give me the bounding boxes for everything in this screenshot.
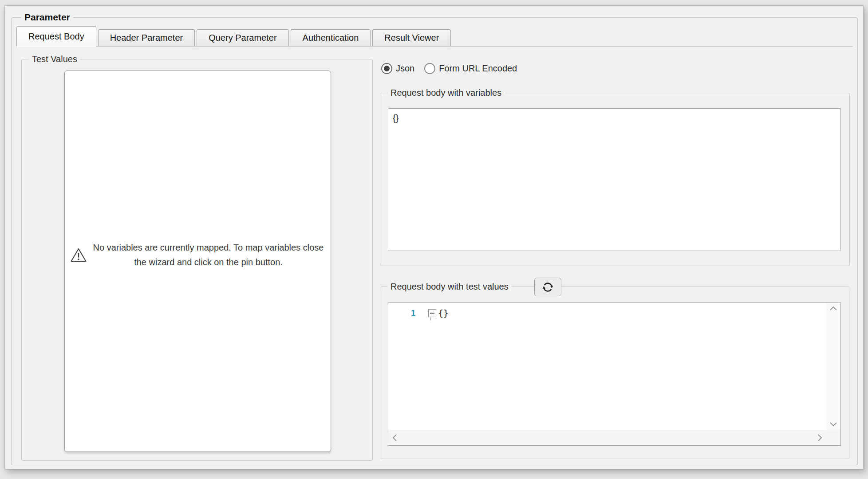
tab-strip: Request Body Header Parameter Query Para…	[16, 26, 852, 47]
request-body-test-values-groupbox: Request body with test values 1 {}	[380, 287, 849, 459]
warning-message: No variables are currently mapped. To ma…	[92, 240, 324, 270]
request-body-variables-input[interactable]: {}	[388, 108, 841, 251]
tab-label: Header Parameter	[110, 33, 183, 43]
scroll-right-icon[interactable]	[818, 434, 822, 441]
test-values-list: No variables are currently mapped. To ma…	[64, 71, 331, 452]
test-values-group-title: Test Values	[29, 54, 80, 64]
code-text: {}	[438, 308, 449, 318]
scroll-down-icon[interactable]	[830, 422, 837, 426]
refresh-icon	[541, 280, 555, 294]
tab-request-body[interactable]: Request Body	[16, 26, 96, 47]
form-url-encoded-radio-button[interactable]	[424, 63, 435, 74]
json-radio-button[interactable]	[381, 63, 392, 74]
body-format-radio-group: Json Form URL Encoded	[381, 62, 517, 75]
tab-label: Result Viewer	[384, 33, 439, 43]
request-body-variables-title: Request body with variables	[387, 87, 505, 98]
horizontal-scrollbar[interactable]	[388, 430, 826, 445]
json-radio-label[interactable]: Json	[396, 63, 414, 74]
parameter-group-title: Parameter	[21, 12, 73, 23]
tab-result-viewer[interactable]: Result Viewer	[372, 29, 451, 47]
tab-label: Request Body	[28, 31, 84, 42]
tab-label: Query Parameter	[209, 33, 276, 43]
tab-header-parameter[interactable]: Header Parameter	[98, 29, 195, 47]
scrollbar-corner	[826, 430, 840, 445]
request-body-variables-groupbox: Request body with variables {}	[380, 93, 850, 266]
form-url-encoded-radio-label[interactable]: Form URL Encoded	[439, 63, 517, 74]
line-number: 1	[388, 308, 416, 318]
code-fold-toggle-icon[interactable]	[428, 309, 436, 317]
editor-line-1: 1 {}	[388, 308, 449, 318]
request-body-test-values-title: Request body with test values	[387, 281, 512, 292]
scroll-up-icon[interactable]	[830, 306, 837, 310]
screen: Parameter Request Body Header Parameter …	[0, 0, 868, 479]
parameter-dialog: Parameter Request Body Header Parameter …	[4, 5, 864, 469]
tab-query-parameter[interactable]: Query Parameter	[197, 29, 288, 47]
warning-triangle-icon	[70, 247, 87, 263]
scroll-left-icon[interactable]	[393, 434, 397, 441]
refresh-button[interactable]	[534, 278, 561, 296]
request-body-test-editor[interactable]: 1 {}	[388, 302, 841, 446]
vertical-scrollbar[interactable]	[826, 303, 840, 430]
test-values-groupbox: Test Values No variables are currently m…	[21, 59, 373, 461]
tab-authentication[interactable]: Authentication	[291, 29, 371, 47]
tab-label: Authentication	[303, 33, 359, 43]
no-variables-warning: No variables are currently mapped. To ma…	[67, 240, 324, 270]
